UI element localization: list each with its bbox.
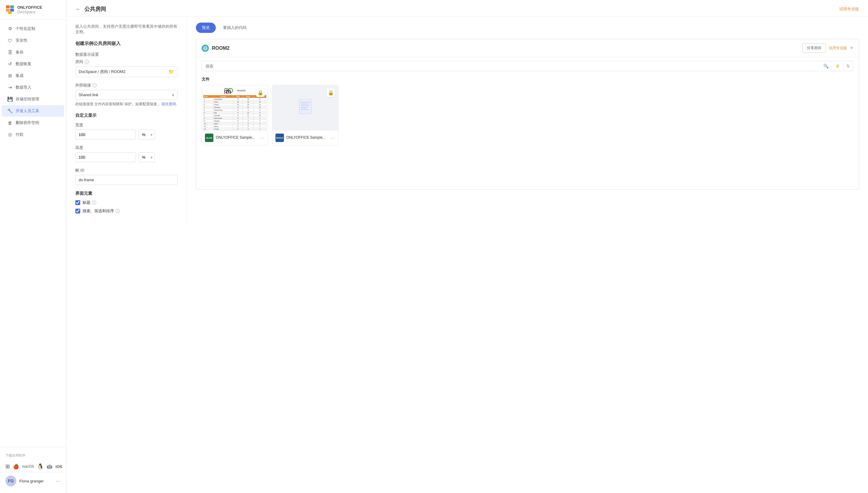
list-item[interactable]: 🔒 DOCX ONLYOFFICE Sample... ⋯ <box>272 85 338 145</box>
sidebar-item-storage[interactable]: 💾 存储空间管理 <box>2 93 64 105</box>
windows-icon[interactable]: ⊞ <box>5 463 10 470</box>
main-content: ← 公共房间 试用专业版 嵌入公共房间，支持用户无需注册即可查看其中储存的所有文… <box>66 0 868 493</box>
room-field-group: 房间 i 📁 <box>75 59 178 77</box>
external-link-field-group: 外部链接 i Shared link Admin link No link 此链… <box>75 83 178 107</box>
android-icon[interactable]: 🤖 <box>47 464 52 469</box>
svg-rect-15 <box>301 104 308 104</box>
checkbox-row-search: 搜索、筛选和排序 i <box>75 208 178 214</box>
title-info-icon[interactable]: i <box>92 200 96 205</box>
trash-icon: 🗑 <box>7 120 13 125</box>
room-folder-icon[interactable]: 📁 <box>165 67 177 77</box>
file-card-info: DOCX ONLYOFFICE Sample... ⋯ <box>272 131 338 145</box>
file-name: ONLYOFFICE Sample... <box>286 135 328 140</box>
room-input[interactable] <box>76 67 165 77</box>
docx-file-icon: DOCX <box>275 134 284 142</box>
macos-icon[interactable]: 🍎 <box>13 464 19 470</box>
search-info-icon[interactable]: i <box>115 209 120 213</box>
trial-badge-header[interactable]: 试用专业版 <box>839 6 859 12</box>
page-subtitle: 嵌入公共房间，支持用户无需注册即可查看其中储存的所有文档。 <box>75 24 178 35</box>
tab-preview[interactable]: 预览 <box>196 23 216 33</box>
filter-icon[interactable]: ⚡ <box>831 61 843 71</box>
sidebar-item-payment[interactable]: ◎ 付款 <box>2 129 64 140</box>
sidebar-item-security[interactable]: 🛡 安全性 <box>2 35 64 46</box>
sidebar-nav: ⚙ 个性化定制 🛡 安全性 🗄 备份 ↺ 数据恢复 ⊞ 集成 ⇥ 数据导入 💾 … <box>0 20 66 447</box>
file-name: ONLYOFFICE Sample... <box>216 135 258 140</box>
avatar: FG <box>5 475 16 486</box>
sidebar-item-data-recovery[interactable]: ↺ 数据恢复 <box>2 58 64 70</box>
back-button[interactable]: ← <box>75 6 81 13</box>
download-label: 下载应用程序 <box>0 451 66 460</box>
height-label: 高度 <box>75 145 178 150</box>
hint-text: 此链接接受 文件内容复制限制 保护。如要配置链接， 前往房间. <box>75 102 178 107</box>
linux-icon[interactable]: 🐧 <box>37 463 44 470</box>
room-search-bar: 🔍 ⚡ ⇅ <box>202 61 853 71</box>
add-room-button[interactable]: + <box>850 45 853 51</box>
room-input-wrapper: 📁 <box>75 66 178 77</box>
search-icon: 🔍 <box>820 61 831 71</box>
frame-id-field-group: 帧 ID <box>75 168 178 185</box>
height-input[interactable] <box>75 152 136 162</box>
external-link-label: 外部链接 i <box>75 83 178 88</box>
hint-link[interactable]: 前往房间. <box>161 102 177 106</box>
search-checkbox[interactable] <box>75 209 80 213</box>
dev-icon: 🔧 <box>7 108 13 114</box>
width-input[interactable] <box>75 130 136 140</box>
height-unit-select[interactable]: % px <box>139 152 155 162</box>
preview-tabs: 预览 要插入的代码 <box>196 23 859 33</box>
external-link-select-wrapper: Shared link Admin link No link <box>75 90 178 100</box>
user-menu-button[interactable]: ⋯ <box>56 478 61 484</box>
sort-icon[interactable]: ⇅ <box>843 61 853 71</box>
grid-icon: ⊞ <box>7 73 13 79</box>
file-thumbnail: Rio2016 Rank Country Gold Silver <box>202 85 268 131</box>
xlsx-file-icon: XLSX <box>205 134 214 142</box>
width-unit-wrapper: % px <box>139 130 155 140</box>
logo-text: ONLYOFFICE DocSpace <box>17 5 61 14</box>
user-row: FG Fiona granger ⋯ <box>0 472 66 489</box>
frame-id-input[interactable] <box>75 175 178 185</box>
shield-icon: 🛡 <box>7 38 13 43</box>
file-menu-button[interactable]: ⋯ <box>260 135 265 141</box>
room-globe-icon <box>202 45 209 52</box>
room-info-icon[interactable]: i <box>85 60 89 64</box>
room-header: ROOM2 分享房间 试用专业版 + <box>196 39 859 57</box>
ui-elements-title: 界面元素 <box>75 191 178 196</box>
trial-room-badge[interactable]: 试用专业版 <box>829 45 847 51</box>
ios-label: iOS <box>55 464 62 469</box>
external-link-info-icon[interactable]: i <box>92 83 97 87</box>
title-checkbox[interactable] <box>75 200 80 205</box>
room-search-input[interactable] <box>202 62 820 71</box>
data-display-section: 数据显示设置 房间 i 📁 外部链接 <box>75 52 178 107</box>
svg-rect-17 <box>301 107 307 108</box>
svg-rect-18 <box>301 109 309 110</box>
title-checkbox-label: 标题 i <box>83 200 96 205</box>
svg-rect-2 <box>10 5 14 8</box>
share-room-button[interactable]: 分享房间 <box>802 43 826 53</box>
room-name: ROOM2 <box>212 45 799 51</box>
file-menu-button[interactable]: ⋯ <box>330 135 335 141</box>
gear-icon: ⚙ <box>7 26 13 31</box>
payment-icon: ◎ <box>7 132 13 137</box>
list-item[interactable]: Rio2016 Rank Country Gold Silver <box>202 85 268 145</box>
sidebar-item-delete[interactable]: 🗑 删除协作空间 <box>2 117 64 128</box>
sidebar-item-developer[interactable]: 🔧 开发人员工具 <box>2 105 64 117</box>
sidebar-item-integration[interactable]: ⊞ 集成 <box>2 70 64 81</box>
sidebar-item-personalization[interactable]: ⚙ 个性化定制 <box>2 23 64 35</box>
frame-id-label: 帧 ID <box>75 168 178 173</box>
svg-rect-0 <box>6 5 10 8</box>
create-section-title: 创建示例公共房间嵌入 <box>75 41 178 46</box>
macos-label: macOS <box>22 464 34 469</box>
width-unit-select[interactable]: % px <box>139 130 155 140</box>
custom-display-title: 自定义显示 <box>75 113 178 118</box>
files-label: 文件 <box>196 75 859 85</box>
page-title: 公共房间 <box>84 5 106 13</box>
file-card-info: XLSX ONLYOFFICE Sample... ⋯ <box>202 131 268 145</box>
sidebar-item-backup[interactable]: 🗄 备份 <box>2 46 64 58</box>
sidebar-item-data-import[interactable]: ⇥ 数据导入 <box>2 82 64 93</box>
checkbox-row-title: 标题 i <box>75 200 178 205</box>
sidebar: ONLYOFFICE DocSpace ⚙ 个性化定制 🛡 安全性 🗄 备份 ↺… <box>0 0 66 493</box>
content-body: 嵌入公共房间，支持用户无需注册即可查看其中储存的所有文档。 创建示例公共房间嵌入… <box>66 17 868 224</box>
width-field-group: 宽度 % px <box>75 123 178 140</box>
tab-code[interactable]: 要插入的代码 <box>217 23 252 33</box>
data-display-label: 数据显示设置 <box>75 52 178 57</box>
external-link-select[interactable]: Shared link Admin link No link <box>76 90 177 100</box>
